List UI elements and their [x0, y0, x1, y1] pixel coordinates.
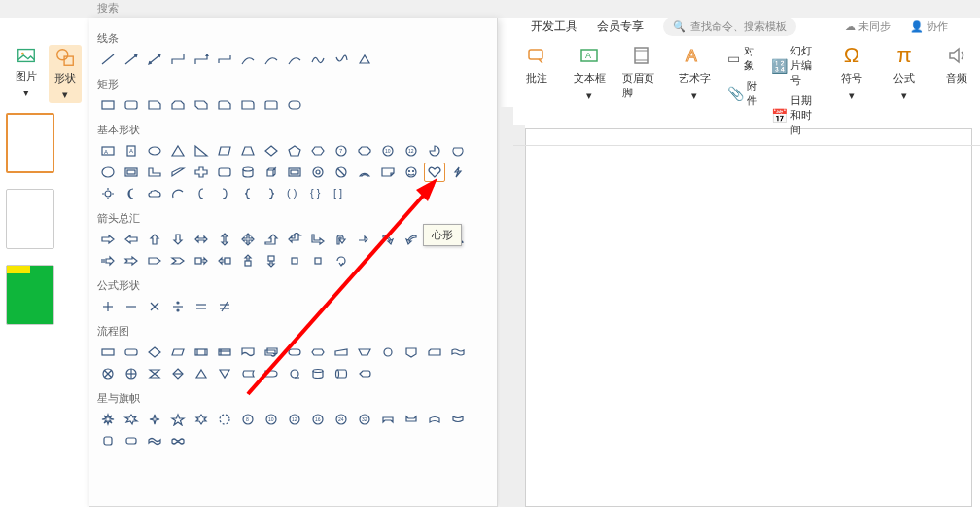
fc-storeddata[interactable]	[237, 364, 259, 383]
slide-thumb-2[interactable]	[6, 189, 54, 249]
tool-headerfooter[interactable]: 页眉页脚	[622, 44, 661, 100]
star-24[interactable]: 24	[331, 410, 352, 429]
fc-connector[interactable]	[377, 343, 399, 362]
coop-button[interactable]: 👤 协作	[910, 19, 948, 34]
shape-arrow-l[interactable]	[121, 230, 142, 249]
shape-blockarc[interactable]	[354, 163, 375, 182]
shape-brackets[interactable]: ( )	[284, 184, 305, 203]
shape-snip-rect[interactable]	[144, 95, 165, 115]
shape-arrow-curved-r[interactable]	[377, 230, 399, 249]
shape-snip2-rect[interactable]	[167, 95, 189, 115]
tool-slideno[interactable]: 🔢幻灯片编号	[771, 44, 819, 88]
star-explosion1[interactable]	[97, 410, 119, 429]
shape-arrow-bent2[interactable]	[307, 230, 329, 249]
fc-directaccess[interactable]	[331, 364, 352, 383]
shape-textframe-v[interactable]: A	[121, 141, 142, 161]
tool-symbol[interactable]: Ω 符号▾	[832, 44, 871, 102]
fc-magdisk[interactable]	[307, 364, 329, 383]
tool-annotate[interactable]: 批注	[517, 44, 556, 86]
tool-attachment[interactable]: 📎附件	[727, 79, 757, 108]
shape-scribble[interactable]	[331, 50, 352, 69]
slide-canvas[interactable]	[525, 128, 972, 507]
shape-foldedcorner[interactable]	[377, 163, 399, 182]
shape-elbow-double[interactable]	[214, 50, 235, 69]
tool-object[interactable]: ▭对象	[727, 44, 757, 73]
shape-trapezoid[interactable]	[237, 141, 259, 161]
shape-cloud[interactable]	[144, 184, 165, 203]
tool-datetime[interactable]: 📅日期和时间	[771, 93, 819, 137]
shape-brace-l[interactable]	[237, 184, 259, 203]
shape-arrow-uturn[interactable]	[331, 230, 352, 249]
shape-bracket-l[interactable]	[191, 184, 212, 203]
tab-member[interactable]: 会员专享	[597, 18, 644, 35]
shape-arrow-curved-l[interactable]	[401, 230, 422, 249]
shape-cross[interactable]	[191, 163, 212, 182]
shape-arrow-callout-quad[interactable]	[307, 251, 329, 271]
shape-diamond[interactable]	[261, 141, 282, 161]
shape-plaque[interactable]	[214, 163, 235, 182]
shape-diagstripe[interactable]	[167, 163, 189, 182]
wave[interactable]	[144, 431, 165, 451]
ribbon-up[interactable]	[377, 410, 399, 429]
shape-arrow-u[interactable]	[144, 230, 165, 249]
shape-curve-double[interactable]	[284, 50, 305, 69]
image-tool[interactable]: 图片▾	[10, 45, 43, 99]
shape-arrow-callout-lr[interactable]	[284, 251, 305, 271]
fc-internal[interactable]	[214, 343, 235, 362]
fc-extract[interactable]	[191, 364, 212, 383]
shape-arrow-callout-l[interactable]	[214, 251, 235, 271]
shape-arrow-lr[interactable]	[191, 230, 212, 249]
shape-round-rect[interactable]	[121, 95, 142, 115]
fc-prep[interactable]	[307, 343, 329, 362]
shape-notequal[interactable]	[214, 297, 235, 316]
shape-freeform2[interactable]	[354, 50, 375, 69]
double-wave[interactable]	[167, 431, 189, 451]
shape-lightning[interactable]	[447, 163, 469, 182]
star-7[interactable]	[214, 410, 235, 429]
fc-display[interactable]	[354, 364, 375, 383]
shape-decagon[interactable]: 10	[377, 141, 399, 161]
shape-nosym[interactable]	[331, 163, 352, 182]
shape-arrow-callout-u[interactable]	[237, 251, 259, 271]
shape-frame[interactable]	[121, 163, 142, 182]
shape-moon[interactable]	[121, 184, 142, 203]
shape-brace-r[interactable]	[261, 184, 282, 203]
shape-arrow-quad[interactable]	[237, 230, 259, 249]
star-10[interactable]: 10	[261, 410, 282, 429]
shape-rbracket2[interactable]: [ ]	[331, 184, 352, 203]
star-32[interactable]: 32	[354, 410, 375, 429]
sync-status[interactable]: ☁ 未同步	[845, 19, 891, 34]
scroll-h[interactable]	[121, 431, 142, 451]
fc-or[interactable]	[121, 364, 142, 383]
fc-tape[interactable]	[447, 343, 469, 362]
fc-sort[interactable]	[167, 364, 189, 383]
shape-parallelogram[interactable]	[214, 141, 235, 161]
shape-textframe[interactable]: A	[97, 141, 119, 161]
shape-smiley[interactable]	[401, 163, 422, 182]
fc-manualinput[interactable]	[331, 343, 352, 362]
shape-cube[interactable]	[261, 163, 282, 182]
shape-lshape[interactable]	[144, 163, 165, 182]
shape-sun[interactable]	[97, 184, 119, 203]
fc-multidoc[interactable]	[261, 343, 282, 362]
shape-arrow-callout-r[interactable]	[191, 251, 212, 271]
fc-offpage[interactable]	[401, 343, 422, 362]
shape-arrow-ud[interactable]	[214, 230, 235, 249]
shape-ellipse[interactable]	[144, 141, 165, 161]
fc-data[interactable]	[167, 343, 189, 362]
shape-minus[interactable]	[121, 297, 142, 316]
shape-line[interactable]	[97, 50, 119, 69]
fc-collate[interactable]	[144, 364, 165, 383]
shape-tool[interactable]: 形状▾	[49, 45, 82, 103]
slide-thumb-3[interactable]	[6, 265, 54, 325]
shape-rtriangle[interactable]	[191, 141, 212, 161]
shape-elbow-arrow[interactable]	[191, 50, 212, 69]
fc-decision[interactable]	[144, 343, 165, 362]
shape-double-arrow[interactable]	[144, 50, 165, 69]
tool-audio[interactable]: 音频	[937, 44, 976, 86]
shape-arrow-notched[interactable]	[121, 251, 142, 271]
shape-arrow-striped[interactable]	[97, 251, 119, 271]
shape-braces[interactable]: { }	[307, 184, 329, 203]
shape-arrow-callout-d[interactable]	[261, 251, 282, 271]
fc-summing[interactable]	[97, 364, 119, 383]
